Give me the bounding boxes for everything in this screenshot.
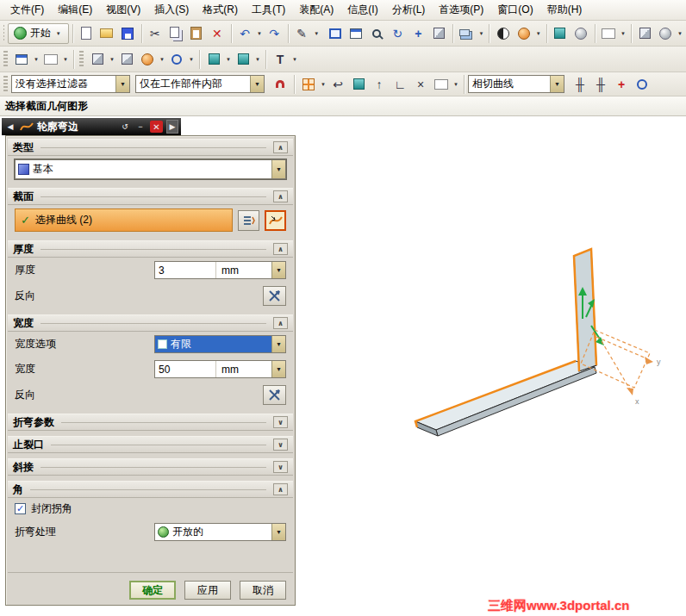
show-hide-button[interactable] bbox=[571, 23, 591, 44]
chevron-up-icon[interactable]: ∧ bbox=[273, 190, 288, 202]
start-dropdown-icon[interactable]: ▼ bbox=[54, 23, 63, 44]
start-button[interactable]: 开始 ▼ bbox=[8, 23, 69, 44]
blank-dropdown-icon[interactable]: ▼ bbox=[61, 49, 70, 70]
redo-button[interactable]: ↷ bbox=[264, 23, 284, 44]
select-curve-field[interactable]: ✓ 选择曲线 (2) bbox=[15, 208, 233, 232]
cut-button[interactable]: ✂ bbox=[145, 23, 165, 44]
undo-button[interactable]: ↶ bbox=[234, 23, 255, 44]
orient-view-dropdown-icon[interactable]: ▼ bbox=[108, 49, 116, 70]
material-button[interactable] bbox=[514, 23, 534, 44]
point-snap-button[interactable] bbox=[298, 74, 319, 95]
trimetric-view-button[interactable] bbox=[116, 49, 137, 70]
toolbar-grip[interactable] bbox=[3, 76, 8, 93]
thickness-input[interactable] bbox=[155, 262, 215, 278]
section-list-button[interactable] bbox=[238, 210, 259, 231]
text-tool-dropdown-icon[interactable]: ▼ bbox=[290, 49, 299, 70]
pen-tool-button[interactable]: ✎ bbox=[291, 23, 312, 44]
menu-help[interactable]: 帮助(H) bbox=[540, 0, 589, 21]
thickness-group-header[interactable]: 厚度 ∧ bbox=[8, 240, 293, 258]
object-display-button[interactable] bbox=[550, 23, 571, 44]
follow-fillet-button[interactable]: ╫ bbox=[590, 74, 611, 95]
menu-edit[interactable]: 编辑(E) bbox=[51, 0, 99, 21]
chevron-down-icon[interactable]: ∨ bbox=[273, 439, 288, 451]
width-group-header[interactable]: 宽度 ∧ bbox=[8, 314, 293, 332]
snap-toggle-button[interactable] bbox=[270, 74, 290, 95]
chevron-up-icon[interactable]: ∧ bbox=[273, 243, 288, 255]
bend-treatment-combo[interactable]: 开放的 ▼ bbox=[154, 523, 286, 541]
reset-icon[interactable]: ↺ bbox=[119, 120, 131, 134]
miter-group-header[interactable]: 斜接 ∨ bbox=[8, 458, 293, 476]
delete-button[interactable]: ✕ bbox=[207, 23, 228, 44]
bend-treatment-dropdown-icon[interactable]: ▼ bbox=[271, 524, 285, 540]
dialog-title-bar[interactable]: ◀ 轮廓弯边 ↺ − ✕ ▶ bbox=[2, 118, 181, 135]
graphics-viewport[interactable]: y x bbox=[327, 215, 686, 474]
curve-rule-dropdown-icon[interactable]: ▼ bbox=[550, 76, 564, 92]
corner-snap-button[interactable]: ∟ bbox=[390, 74, 410, 95]
chevron-up-icon[interactable]: ∧ bbox=[273, 317, 288, 329]
thickness-unit-dropdown-icon[interactable]: ▼ bbox=[271, 262, 285, 278]
ok-button[interactable]: 确定 bbox=[129, 581, 176, 600]
type-group-header[interactable]: 类型 ∧ bbox=[8, 139, 293, 156]
selection-scope-dropdown-icon[interactable]: ▼ bbox=[250, 76, 264, 92]
display-mode-button[interactable] bbox=[493, 23, 514, 44]
menu-window[interactable]: 窗口(O) bbox=[490, 0, 539, 21]
width-unit[interactable]: mm bbox=[215, 361, 271, 377]
wireframe-dropdown-icon[interactable]: ▼ bbox=[187, 49, 196, 70]
new-file-button[interactable] bbox=[76, 23, 97, 44]
solid-body-filter-button[interactable] bbox=[348, 74, 369, 95]
close-corner-checkbox[interactable]: ✓ bbox=[15, 503, 26, 514]
selection-filter-dropdown-icon[interactable]: ▼ bbox=[115, 76, 129, 92]
menu-insert[interactable]: 插入(S) bbox=[147, 0, 196, 21]
stop-at-intersection-button[interactable]: ╫ bbox=[570, 74, 590, 95]
background-dropdown-icon[interactable]: ▼ bbox=[619, 23, 627, 44]
zoom-window-button[interactable] bbox=[346, 23, 366, 44]
clip-section-dropdown-icon[interactable]: ▼ bbox=[253, 49, 262, 70]
bend-params-group-header[interactable]: 折弯参数 ∨ bbox=[8, 414, 293, 431]
display-dropdown-icon[interactable]: ▼ bbox=[534, 23, 543, 44]
menu-preferences[interactable]: 首选项(P) bbox=[432, 0, 490, 21]
menu-analysis[interactable]: 分析(L) bbox=[385, 0, 433, 21]
intersection-snap-button[interactable]: × bbox=[410, 74, 431, 95]
point-snap-dropdown-icon[interactable]: ▼ bbox=[319, 74, 327, 95]
relief-group-header[interactable]: 止裂口 ∨ bbox=[8, 436, 293, 453]
cancel-button[interactable]: 取消 bbox=[240, 581, 286, 600]
flange-front-face[interactable] bbox=[436, 367, 596, 436]
section-group-header[interactable]: 截面 ∧ bbox=[8, 188, 293, 205]
width-input[interactable] bbox=[155, 361, 215, 377]
apply-button[interactable]: 应用 bbox=[184, 581, 231, 600]
width-unit-dropdown-icon[interactable]: ▼ bbox=[271, 361, 285, 377]
menu-assemblies[interactable]: 装配(A) bbox=[292, 0, 340, 21]
blank-swatch-button[interactable] bbox=[41, 49, 61, 70]
close-icon[interactable]: ✕ bbox=[150, 121, 163, 133]
paste-button[interactable] bbox=[186, 23, 207, 44]
layer-settings-button[interactable] bbox=[456, 23, 477, 44]
window-layout-button[interactable] bbox=[11, 49, 32, 70]
nav-forward-icon[interactable]: ▶ bbox=[166, 120, 178, 134]
toolbar-grip[interactable] bbox=[3, 25, 4, 42]
circle-select-button[interactable] bbox=[632, 74, 652, 95]
toolbar-grip[interactable] bbox=[79, 51, 84, 68]
snapshot-button[interactable] bbox=[634, 23, 655, 44]
minimize-icon[interactable]: − bbox=[134, 120, 147, 134]
copy-button[interactable] bbox=[165, 23, 186, 44]
add-handle-button[interactable]: + bbox=[611, 74, 632, 95]
up-one-level-button[interactable]: ↑ bbox=[369, 74, 390, 95]
shaded-view-dropdown-icon[interactable]: ▼ bbox=[158, 49, 166, 70]
render-style-button[interactable] bbox=[655, 23, 676, 44]
save-button[interactable] bbox=[117, 23, 138, 44]
snap-options-dropdown-icon[interactable]: ▼ bbox=[452, 74, 460, 95]
selection-filter-combo[interactable]: 没有选择过滤器 ▼ bbox=[11, 75, 130, 93]
menu-format[interactable]: 格式(R) bbox=[196, 0, 245, 21]
menu-file[interactable]: 文件(F) bbox=[3, 0, 51, 21]
type-combo[interactable]: 基本 ▼ bbox=[15, 159, 286, 179]
pan-view-button[interactable]: + bbox=[408, 23, 428, 44]
curve-select-button[interactable] bbox=[265, 210, 286, 231]
chevron-up-icon[interactable]: ∧ bbox=[273, 141, 288, 153]
selection-scope-combo[interactable]: 仅在工作部件内部 ▼ bbox=[135, 75, 265, 93]
chevron-down-icon[interactable]: ∨ bbox=[273, 416, 288, 428]
render-style-dropdown-icon[interactable]: ▼ bbox=[676, 23, 684, 44]
thickness-reverse-button[interactable] bbox=[263, 286, 286, 306]
width-option-dropdown-icon[interactable]: ▼ bbox=[271, 336, 285, 352]
nav-back-icon[interactable]: ◀ bbox=[4, 120, 16, 134]
type-dropdown-icon[interactable]: ▼ bbox=[271, 160, 285, 178]
